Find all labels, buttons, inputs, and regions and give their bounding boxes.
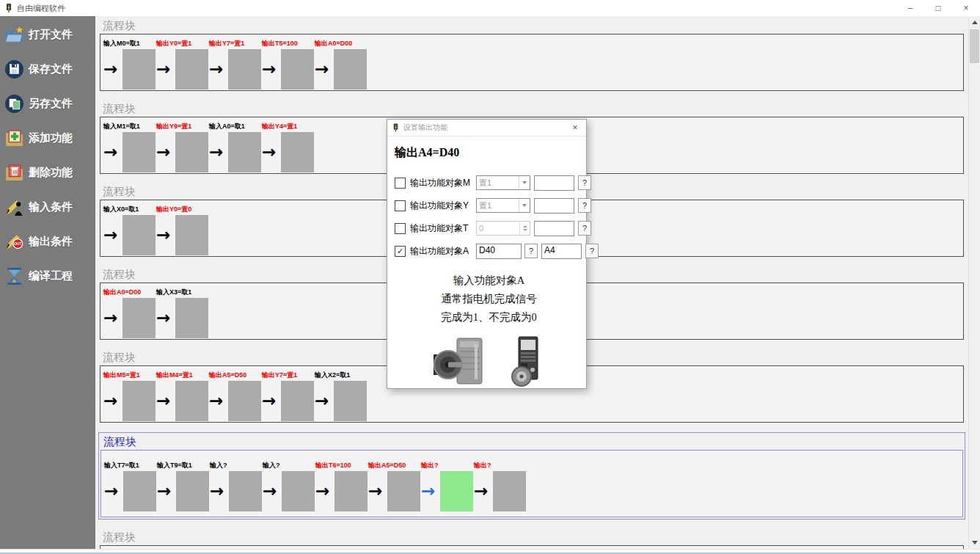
flow-block[interactable] <box>175 132 208 172</box>
vertical-scrollbar[interactable] <box>968 16 980 549</box>
window-titlebar: 自由编程软件 – □ × <box>0 0 980 17</box>
output-m-value-input[interactable] <box>534 175 574 191</box>
flow-block[interactable] <box>122 381 156 421</box>
flow-block[interactable] <box>281 132 314 172</box>
flow-block[interactable] <box>334 49 367 90</box>
flow-block[interactable] <box>175 381 208 421</box>
flow-block[interactable] <box>176 471 209 511</box>
output-a-data-input[interactable]: D40 <box>476 244 522 259</box>
flow-section[interactable]: 流程块输入T7=取1→输入T9=取1→输入?→输入?→输出T6=100→输出A5… <box>98 432 965 520</box>
application-window: 自由编程软件 – □ × 打开文件 保存文件 <box>0 0 980 554</box>
checkbox-t[interactable] <box>395 223 406 234</box>
flow-block[interactable] <box>175 49 208 90</box>
flow-block[interactable] <box>175 298 208 338</box>
flow-arrow-icon: → <box>156 381 175 421</box>
sidebar-item-delete-function[interactable]: 删除功能 <box>4 160 95 185</box>
flow-block[interactable] <box>122 132 156 172</box>
flow-unit: 输出?→ <box>421 461 474 511</box>
dialog-titlebar[interactable]: 设置输出功能 × <box>387 120 586 136</box>
flow-section[interactable]: 流程块 <box>100 529 964 549</box>
flow-block[interactable] <box>493 471 526 511</box>
flow-arrow-icon: → <box>103 49 122 90</box>
output-t-spinner-value: 0 <box>477 224 519 233</box>
sidebar-item-save-file[interactable]: 保存文件 <box>4 57 95 81</box>
flow-frame: 输入T7=取1→输入T9=取1→输入?→输入?→输出T6=100→输出A5=D5… <box>100 450 963 517</box>
flow-unit: 输入M0=取1→ <box>103 39 156 90</box>
flow-unit: 输出T5=100→ <box>262 39 315 90</box>
flow-block[interactable] <box>334 381 367 421</box>
help-m-button[interactable]: ? <box>578 175 591 190</box>
flow-block[interactable] <box>229 471 262 511</box>
flow-block[interactable] <box>228 132 261 172</box>
sidebar-item-output-condition[interactable]: OUT 输出条件 <box>4 229 95 254</box>
scroll-up-button[interactable] <box>969 16 980 29</box>
flow-block[interactable] <box>281 49 314 90</box>
sidebar-item-open-file[interactable]: 打开文件 <box>4 22 95 47</box>
flow-arrow-icon: → <box>262 132 281 172</box>
flow-block[interactable] <box>440 471 473 511</box>
output-t-value-input[interactable] <box>534 221 574 236</box>
window-title: 自由编程软件 <box>17 3 65 14</box>
flow-block[interactable] <box>175 215 208 255</box>
flow-block[interactable] <box>387 471 420 511</box>
flow-block[interactable] <box>281 381 314 421</box>
output-y-mode-select[interactable]: 置1 <box>476 198 530 213</box>
flow-block[interactable] <box>334 471 368 511</box>
block-label: 输出Y4=置1 <box>262 122 315 132</box>
flow-block[interactable] <box>122 215 156 255</box>
block-label: 输入A0=取1 <box>209 122 262 132</box>
block-label: 输入M0=取1 <box>103 39 156 49</box>
help-t-button[interactable]: ? <box>578 221 591 236</box>
help-a-address-button[interactable]: ? <box>585 244 599 258</box>
flow-frame: 输入M0=取1→输出Y0=置1→输出Y7=置1→输出T5=100→输出A0=D0… <box>100 34 964 91</box>
block-label: 输入T9=取1 <box>157 461 210 471</box>
minimize-button[interactable]: – <box>896 0 924 16</box>
flow-arrow-icon: → <box>315 49 334 90</box>
block-label: 输入T7=取1 <box>104 461 157 471</box>
sidebar-item-label: 另存文件 <box>29 97 73 111</box>
flow-arrow-icon: → <box>209 49 228 90</box>
spinner-arrows-icon[interactable] <box>519 222 530 235</box>
flow-unit: 输出Y0=置1→ <box>156 39 209 90</box>
flow-unit: 输出A0=D00→ <box>103 288 156 338</box>
flow-unit: 输入T7=取1→ <box>104 461 157 511</box>
block-label: 输出Y0=置0 <box>156 205 209 215</box>
flow-arrow-icon: → <box>103 215 122 255</box>
sidebar-item-save-as-file[interactable]: 另存文件 <box>4 91 95 116</box>
flow-arrow-icon: → <box>103 381 122 421</box>
sidebar-item-input-condition[interactable]: 输入条件 <box>4 194 95 219</box>
checkbox-m[interactable] <box>395 178 406 189</box>
sidebar-item-label: 打开文件 <box>29 28 73 42</box>
maximize-button[interactable]: □ <box>924 0 952 16</box>
flow-arrow-icon: → <box>209 132 228 172</box>
block-label: 输入M1=取1 <box>103 122 156 132</box>
flow-block[interactable] <box>228 381 261 421</box>
output-target-m-label: 输出功能对象M <box>410 177 476 189</box>
flow-arrow-icon: → <box>210 471 229 511</box>
flow-block[interactable] <box>282 471 315 511</box>
output-m-mode-select[interactable]: 置1 <box>476 175 530 190</box>
checkbox-y[interactable] <box>395 200 406 211</box>
help-y-button[interactable]: ? <box>578 198 591 213</box>
flow-block[interactable] <box>123 471 156 511</box>
flow-block[interactable] <box>122 298 156 338</box>
dialog-close-icon[interactable]: × <box>564 123 586 133</box>
output-a-address-input[interactable]: A4 <box>541 244 582 259</box>
checkbox-a[interactable]: ✓ <box>395 246 406 257</box>
sidebar-item-add-function[interactable]: 添加功能 <box>4 125 95 150</box>
sidebar-item-compile-project[interactable]: 编译工程 <box>4 263 95 288</box>
flow-section[interactable]: 流程块输入M0=取1→输出Y0=置1→输出Y7=置1→输出T5=100→输出A0… <box>100 18 964 91</box>
sidebar-item-label: 编译工程 <box>29 269 73 283</box>
close-button[interactable]: × <box>952 0 980 16</box>
flow-block[interactable] <box>122 49 156 90</box>
help-a-data-button[interactable]: ? <box>524 244 538 258</box>
scrollbar-thumb[interactable] <box>970 29 979 63</box>
flow-arrow-icon: → <box>474 471 493 511</box>
output-y-value-input[interactable] <box>534 198 574 214</box>
flow-block[interactable] <box>228 49 261 90</box>
scroll-down-button[interactable] <box>969 536 980 549</box>
compile-project-icon <box>4 266 24 286</box>
output-t-spinner[interactable]: 0 <box>476 221 530 236</box>
flow-unit: 输入?→ <box>263 461 315 511</box>
flow-section-title: 流程块 <box>100 101 964 117</box>
